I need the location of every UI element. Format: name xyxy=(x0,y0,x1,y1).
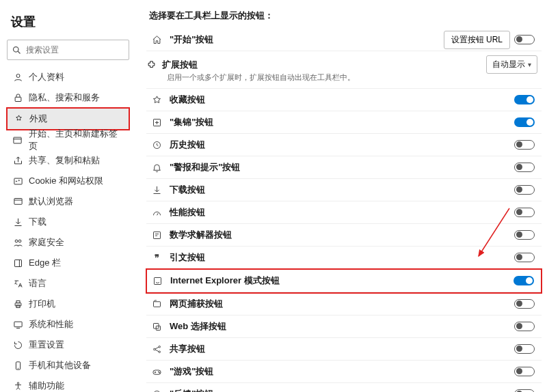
star-icon xyxy=(149,94,164,106)
share2-icon xyxy=(149,344,164,355)
row-label: 性能按钮 xyxy=(170,206,514,219)
sidebar-item-label: 语言 xyxy=(29,277,46,290)
home-toggle[interactable] xyxy=(514,35,535,44)
row-share2: 共享按钮 xyxy=(146,338,542,361)
search-wrap[interactable] xyxy=(7,40,129,60)
lang-icon xyxy=(11,278,25,290)
appearance-icon xyxy=(12,113,25,125)
svg-rect-6 xyxy=(14,179,21,185)
extensions-desc: 启用一个或多个扩展时，扩展按钮自动出现在工具栏中。 xyxy=(167,72,542,83)
toggle-share2[interactable] xyxy=(514,344,535,354)
search-input[interactable] xyxy=(22,45,129,55)
sidebar-item-family[interactable]: 家庭安全 xyxy=(7,232,129,253)
svg-point-2 xyxy=(16,74,20,78)
sidebar-item-share[interactable]: 共享、复制和粘贴 xyxy=(7,150,129,171)
collections-icon xyxy=(149,117,164,128)
sidebar-item-download[interactable]: 下载 xyxy=(7,212,129,232)
sidebar-title: 设置 xyxy=(7,14,129,30)
home-label: "开始"按钮 xyxy=(170,33,444,46)
row-label: "警报和提示"按钮 xyxy=(170,161,514,173)
set-home-url-button[interactable]: 设置按钮 URL xyxy=(444,31,510,49)
sidebar-item-appearance[interactable]: 外观 xyxy=(8,109,129,129)
toggle-star[interactable] xyxy=(514,95,535,104)
sidebar-item-label: 隐私、搜索和服务 xyxy=(29,92,100,104)
extensions-select-label: 自动显示 xyxy=(492,59,525,70)
toggle-collections[interactable] xyxy=(514,117,535,127)
toggle-bell[interactable] xyxy=(514,163,535,172)
toggle-feedback[interactable] xyxy=(514,389,535,392)
sidebar-item-lock[interactable]: 隐私、搜索和服务 xyxy=(7,87,129,108)
toggle-quote[interactable] xyxy=(514,253,535,262)
svg-point-35 xyxy=(153,349,155,351)
sidebar-item-label: 辅助功能 xyxy=(29,380,64,392)
svg-rect-13 xyxy=(14,260,21,267)
games-icon xyxy=(149,366,164,378)
svg-rect-9 xyxy=(14,199,21,205)
sidebar-item-edgebar[interactable]: Edge 栏 xyxy=(7,253,129,273)
svg-rect-32 xyxy=(153,302,160,307)
sidebar-item-lang[interactable]: 语言 xyxy=(7,273,129,294)
svg-point-22 xyxy=(17,382,19,384)
sidebar-item-label: 打印机 xyxy=(29,298,55,310)
sidebar-item-label: 家庭安全 xyxy=(29,236,64,249)
sidebar-item-accessibility[interactable]: 辅助功能 xyxy=(7,376,129,392)
row-collections: "集锦"按钮 xyxy=(146,111,542,134)
perf-icon xyxy=(149,207,164,219)
toggle-ie[interactable] xyxy=(513,276,534,285)
sidebar-item-reset[interactable]: 重置设置 xyxy=(7,335,129,355)
extensions-label: 扩展按钮 xyxy=(162,59,486,71)
toggle-webselect[interactable] xyxy=(514,322,535,331)
row-math: 数学求解器按钮 xyxy=(146,224,542,247)
newtab-icon xyxy=(11,135,25,146)
system-icon xyxy=(11,319,25,331)
extensions-select[interactable]: 自动显示 ▾ xyxy=(486,55,537,74)
svg-line-38 xyxy=(155,348,159,350)
history-icon xyxy=(149,139,164,151)
sidebar-item-label: 开始、主页和新建标签页 xyxy=(29,128,125,152)
sidebar-item-phone[interactable]: 手机和其他设备 xyxy=(7,355,129,376)
search-icon xyxy=(12,44,22,56)
row-webselect: Web 选择按钮 xyxy=(146,316,542,338)
row-label: 收藏按钮 xyxy=(170,94,514,106)
sidebar-item-cookie[interactable]: Cookie 和网站权限 xyxy=(7,171,129,191)
toggle-math[interactable] xyxy=(514,230,535,240)
row-bell: "警报和提示"按钮 xyxy=(146,156,542,179)
sidebar-item-label: 下载 xyxy=(29,216,46,228)
sidebar-item-printer[interactable]: 打印机 xyxy=(7,294,129,314)
row-ie: Internet Explorer 模式按钮 xyxy=(147,270,541,292)
toggle-perf[interactable] xyxy=(514,208,535,217)
math-icon xyxy=(149,229,164,241)
cookie-icon xyxy=(11,176,25,187)
sidebar-item-label: 重置设置 xyxy=(29,339,64,351)
toggle-capture[interactable] xyxy=(514,299,535,309)
toggle-games[interactable] xyxy=(514,367,535,376)
sidebar-item-profile[interactable]: 个人资料 xyxy=(7,67,129,87)
svg-point-8 xyxy=(18,180,19,181)
phone-icon xyxy=(11,360,25,372)
row-label: "集锦"按钮 xyxy=(170,116,514,128)
lock-icon xyxy=(11,92,25,104)
svg-line-39 xyxy=(155,350,159,352)
sidebar-item-system[interactable]: 系统和性能 xyxy=(7,314,129,335)
svg-rect-4 xyxy=(14,138,21,144)
sidebar-item-newtab[interactable]: 开始、主页和新建标签页 xyxy=(7,130,129,150)
toggle-history[interactable] xyxy=(514,140,535,150)
toggle-download[interactable] xyxy=(514,185,535,195)
browser-icon xyxy=(11,196,25,208)
capture-icon xyxy=(149,298,164,310)
svg-line-1 xyxy=(18,51,20,53)
reset-icon xyxy=(11,339,25,351)
row-label: 共享按钮 xyxy=(170,343,514,355)
row-label: 引文按钮 xyxy=(170,251,514,264)
sidebar-item-browser[interactable]: 默认浏览器 xyxy=(7,191,129,212)
home-icon xyxy=(149,34,164,46)
svg-rect-3 xyxy=(15,98,21,102)
printer-icon xyxy=(11,298,25,310)
sidebar-item-label: 个人资料 xyxy=(29,71,64,83)
feedback-icon xyxy=(149,389,164,392)
row-games: "游戏"按钮 xyxy=(146,361,542,383)
row-download: 下载按钮 xyxy=(146,179,542,201)
row-extensions: 扩展按钮 自动显示 ▾ 启用一个或多个扩展时，扩展按钮自动出现在工具栏中。 xyxy=(146,51,542,89)
row-capture: 网页捕获按钮 xyxy=(146,293,542,316)
row-label: 数学求解器按钮 xyxy=(170,229,514,241)
